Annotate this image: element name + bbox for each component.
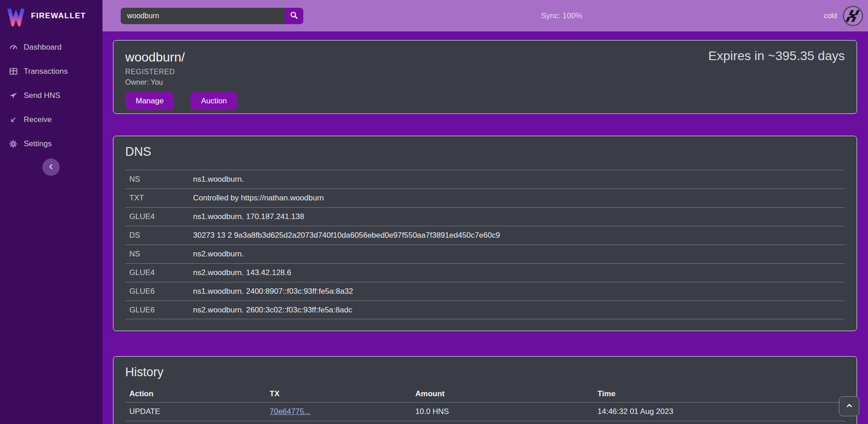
history-section-title: History [125, 365, 845, 379]
dns-table: NS ns1.woodburn. TXT Controlled by https… [125, 170, 845, 319]
caret-up-icon [846, 402, 853, 411]
paper-plane-icon [9, 91, 18, 100]
brand-name: FIREWALLET [31, 11, 86, 20]
sidebar-item-transactions[interactable]: Transactions [0, 59, 102, 83]
search-button[interactable] [285, 8, 303, 24]
auction-button[interactable]: Auction [190, 92, 237, 110]
topbar: Sync: 100% cold [102, 0, 868, 31]
gear-icon [9, 139, 18, 148]
sidebar-item-settings[interactable]: Settings [0, 132, 102, 156]
chevron-left-icon [48, 163, 54, 171]
arrow-down-left-icon [9, 115, 18, 124]
history-col-time: Time [597, 389, 845, 398]
sidebar-item-label: Settings [24, 139, 51, 148]
domain-expiry: Expires in ~395.35 days [708, 49, 845, 63]
dns-record-value: ns2.woodburn. 143.42.128.6 [193, 268, 291, 277]
history-time: 14:46:32 01 Aug 2023 [597, 407, 845, 416]
dns-record-row: GLUE6 ns2.woodburn. 2600:3c02::f03c:93ff… [125, 301, 845, 319]
history-table: Action TX Amount Time UPDATE 70e64775...… [125, 386, 845, 424]
history-action: UPDATE [129, 407, 270, 416]
domain-status-badge: REGISTERED [125, 68, 845, 76]
history-col-amount: Amount [415, 389, 597, 398]
history-card: History Action TX Amount Time UPDATE 70e… [113, 356, 857, 424]
wallet-mode-label: cold [824, 12, 837, 20]
wallet-status: cold [824, 0, 863, 31]
domain-actions: Manage Auction [125, 92, 845, 110]
domain-owner: Owner: You [125, 78, 845, 87]
dns-record-type: NS [129, 175, 193, 184]
search-bar [121, 8, 303, 24]
main-content: woodburn/ REGISTERED Owner: You Manage A… [102, 31, 868, 424]
brand: FIREWALLET [0, 0, 102, 31]
dns-record-value: Controlled by https://nathan.woodburn [193, 194, 324, 203]
history-col-tx: TX [270, 389, 415, 398]
sidebar-item-label: Receive [24, 115, 51, 124]
scroll-to-top-button[interactable] [839, 396, 859, 416]
sidebar-item-label: Transactions [24, 67, 68, 76]
sidebar-item-dashboard[interactable]: Dashboard [0, 35, 102, 59]
dns-record-type: NS [129, 250, 193, 259]
manage-button[interactable]: Manage [125, 92, 174, 110]
history-row: UPDATE 70e64775... 10.0 HNS 14:46:32 01 … [125, 402, 845, 421]
history-amount: 10.0 HNS [415, 407, 597, 416]
sidebar-item-send-hns[interactable]: Send HNS [0, 83, 102, 107]
sidebar-item-label: Dashboard [24, 43, 61, 52]
dns-record-value: ns1.woodburn. [193, 175, 244, 184]
dns-record-row: GLUE4 ns1.woodburn. 170.187.241.138 [125, 207, 845, 226]
sidebar: FIREWALLET Dashboard Transactions Send H… [0, 0, 102, 424]
dns-record-row: NS ns1.woodburn. [125, 170, 845, 189]
dns-record-value: ns1.woodburn. 170.187.241.138 [193, 212, 304, 221]
history-col-action: Action [129, 389, 270, 398]
dns-card: DNS NS ns1.woodburn. TXT Controlled by h… [113, 136, 857, 331]
dns-record-row: NS ns2.woodburn. [125, 245, 845, 263]
sidebar-item-receive[interactable]: Receive [0, 107, 102, 132]
dns-record-value: ns2.woodburn. [193, 250, 244, 259]
dns-record-row: DS 30273 13 2 9a3a8fb3d625d2a2073d740f10… [125, 226, 845, 245]
dns-record-value: ns1.woodburn. 2400:8907::f03c:93ff:fe5a:… [193, 287, 353, 296]
sidebar-item-label: Send HNS [24, 91, 60, 100]
tx-link[interactable]: 70e64775... [270, 407, 311, 416]
dns-record-type: GLUE4 [129, 212, 193, 221]
handshake-logo-icon[interactable] [842, 5, 863, 26]
sync-status: Sync: 100% [541, 0, 582, 31]
dns-record-type: GLUE4 [129, 268, 193, 277]
firewallet-w-logo-icon [5, 5, 26, 26]
gauge-icon [9, 43, 18, 52]
sidebar-collapse-button[interactable] [42, 158, 60, 176]
dns-record-row: TXT Controlled by https://nathan.woodbur… [125, 189, 845, 207]
dns-record-type: GLUE6 [129, 306, 193, 315]
sidebar-nav: Dashboard Transactions Send HNS Receive … [0, 35, 102, 156]
dns-record-type: GLUE6 [129, 287, 193, 296]
dns-record-type: DS [129, 231, 193, 240]
magnifier-icon [290, 11, 298, 21]
dns-record-value: 30273 13 2 9a3a8fb3d625d2a2073d740f10da6… [193, 231, 500, 240]
history-table-header: Action TX Amount Time [125, 386, 845, 402]
dns-record-row: GLUE4 ns2.woodburn. 143.42.128.6 [125, 263, 845, 282]
dns-section-title: DNS [125, 145, 845, 159]
dns-record-type: TXT [129, 194, 193, 203]
table-grid-icon [9, 67, 18, 76]
domain-card: woodburn/ REGISTERED Owner: You Manage A… [113, 40, 857, 114]
dns-record-value: ns2.woodburn. 2600:3c02::f03c:93ff:fe5a:… [193, 306, 352, 315]
history-row: RENEW 47b4c1d... 10.0 HNS 15:47:06 07 Fe… [125, 421, 845, 424]
search-input[interactable] [121, 8, 285, 24]
dns-record-row: GLUE6 ns1.woodburn. 2400:8907::f03c:93ff… [125, 282, 845, 301]
